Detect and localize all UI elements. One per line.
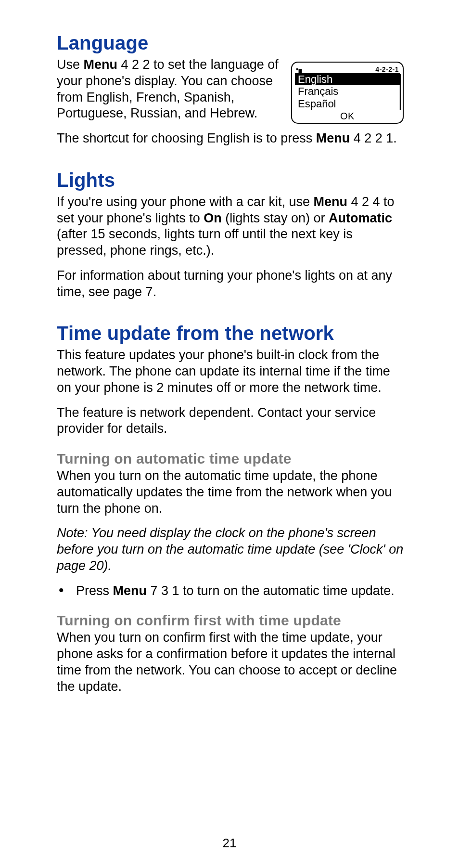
on-keyword: On [204, 211, 222, 225]
menu-keyword: Menu [113, 583, 147, 598]
text: (lights stay on) or [222, 211, 329, 225]
subheading-confirm-first: Turning on confirm first with time updat… [57, 612, 404, 629]
lights-paragraph-1: If you're using your phone with a car ki… [57, 194, 404, 259]
phone-option-espanol: Español [295, 98, 400, 110]
text: Use [57, 57, 84, 72]
phone-option-francais: Français [295, 85, 400, 97]
menu-keyword: Menu [84, 57, 118, 72]
auto-time-bullet: Press Menu 7 3 1 to turn on the automati… [57, 583, 404, 599]
text: 7 3 1 to turn on the automatic time upda… [147, 583, 395, 598]
section-time-update: Time update from the network This featur… [57, 321, 404, 695]
text: 4 2 2 1. [350, 131, 397, 145]
automatic-keyword: Automatic [329, 211, 392, 225]
page-number: 21 [0, 836, 459, 851]
phone-menu-code: 4-2-2-1 [375, 65, 399, 73]
text: (after 15 seconds, lights turn off until… [57, 227, 353, 258]
phone-language-list: English Français Español [295, 73, 400, 110]
phone-scrollbar-icon [399, 74, 401, 110]
text: The shortcut for choosing English is to … [57, 131, 316, 145]
phone-option-english: English [295, 73, 400, 85]
phone-screen-header: ▪▖ 4-2-2-1 [295, 65, 400, 73]
heading-language: Language [57, 31, 404, 55]
confirm-first-paragraph-1: When you turn on confirm first with the … [57, 630, 404, 695]
language-paragraph-2: The shortcut for choosing English is to … [57, 130, 404, 147]
timeupdate-paragraph-1: This feature updates your phone's built-… [57, 347, 404, 396]
subheading-auto-time-update: Turning on automatic time update [57, 451, 404, 467]
text: Press [76, 583, 113, 598]
manual-page: Language ▪▖ 4-2-2-1 English Français Esp… [0, 0, 459, 868]
section-lights: Lights If you're using your phone with a… [57, 168, 404, 300]
lights-paragraph-2: For information about turning your phone… [57, 268, 404, 300]
section-language: Language ▪▖ 4-2-2-1 English Français Esp… [57, 31, 404, 147]
auto-time-note: Note: You need display the clock on the … [57, 525, 404, 574]
heading-lights: Lights [57, 168, 404, 192]
phone-softkey-ok: OK [295, 111, 400, 122]
auto-time-bullet-list: Press Menu 7 3 1 to turn on the automati… [57, 583, 404, 599]
text: If you're using your phone with a car ki… [57, 194, 313, 209]
timeupdate-paragraph-2: The feature is network dependent. Contac… [57, 405, 404, 438]
battery-icon: ▪▖ [296, 65, 305, 73]
menu-keyword: Menu [316, 131, 350, 145]
heading-time-update: Time update from the network [57, 321, 404, 345]
auto-time-paragraph-1: When you turn on the automatic time upda… [57, 468, 404, 517]
phone-screen-illustration: ▪▖ 4-2-2-1 English Français Español OK [291, 62, 404, 124]
menu-keyword: Menu [313, 194, 347, 209]
